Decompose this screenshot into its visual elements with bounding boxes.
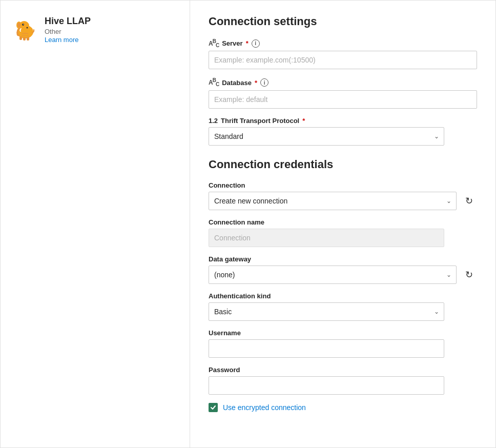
connection-refresh-button[interactable]: ↻ bbox=[461, 193, 477, 209]
main-content: Connection settings ABC Server * i ABC D… bbox=[190, 1, 495, 447]
server-abc-icon: ABC bbox=[209, 38, 219, 48]
server-info-icon[interactable]: i bbox=[252, 39, 260, 48]
connection-settings-title: Connection settings bbox=[209, 15, 477, 28]
connection-credentials-title: Connection credentials bbox=[209, 158, 477, 171]
connection-settings-section: Connection settings ABC Server * i ABC D… bbox=[209, 15, 477, 146]
database-label: ABC Database * i bbox=[209, 77, 477, 87]
database-required: * bbox=[255, 79, 257, 87]
auth-kind-select[interactable]: Basic Windows Anonymous bbox=[209, 302, 444, 321]
transport-required: * bbox=[302, 117, 305, 125]
server-field-group: ABC Server * i bbox=[209, 38, 477, 69]
encrypted-connection-row: Use encrypted connection bbox=[209, 403, 477, 412]
encrypted-connection-label[interactable]: Use encrypted connection bbox=[223, 403, 306, 412]
sidebar-logo-row: Hive LLAP Other Learn more bbox=[13, 16, 91, 44]
server-label: ABC Server * i bbox=[209, 38, 477, 48]
username-label: Username bbox=[209, 329, 477, 337]
data-gateway-row: (none) ⌄ ↻ bbox=[209, 266, 477, 284]
connection-name-input[interactable] bbox=[209, 229, 444, 247]
transport-prefix: 1.2 bbox=[209, 117, 218, 125]
connection-select[interactable]: Create new connection bbox=[209, 192, 457, 210]
database-input[interactable] bbox=[209, 90, 477, 109]
password-label: Password bbox=[209, 366, 477, 374]
database-info-icon[interactable]: i bbox=[260, 78, 268, 87]
connection-credentials-section: Connection credentials Connection Create… bbox=[209, 158, 477, 412]
data-gateway-refresh-button[interactable]: ↻ bbox=[461, 267, 477, 283]
server-input[interactable] bbox=[209, 51, 477, 69]
checkmark-icon bbox=[210, 404, 216, 411]
svg-point-5 bbox=[23, 24, 24, 25]
data-gateway-select-wrapper: (none) ⌄ bbox=[209, 266, 457, 284]
auth-kind-select-wrapper: Basic Windows Anonymous ⌄ bbox=[209, 302, 444, 321]
database-abc-icon: ABC bbox=[209, 77, 219, 87]
connection-row: Create new connection ⌄ ↻ bbox=[209, 192, 477, 210]
data-gateway-label: Data gateway bbox=[209, 255, 477, 263]
server-required: * bbox=[246, 39, 249, 47]
sidebar: Hive LLAP Other Learn more bbox=[1, 1, 190, 447]
svg-point-9 bbox=[27, 27, 28, 29]
connection-name-field-group: Connection name bbox=[209, 218, 477, 247]
transport-label: 1.2 Thrift Transport Protocol * bbox=[209, 117, 477, 125]
connection-label: Connection bbox=[209, 181, 477, 189]
hive-llap-icon bbox=[13, 17, 37, 42]
transport-select-wrapper: Standard HTTP ⌄ bbox=[209, 127, 444, 146]
app-title: Hive LLAP bbox=[45, 16, 91, 27]
app-category: Other bbox=[45, 28, 91, 35]
encrypted-checkbox[interactable] bbox=[209, 403, 218, 412]
connection-select-wrapper: Create new connection ⌄ bbox=[209, 192, 457, 210]
data-gateway-select[interactable]: (none) bbox=[209, 266, 457, 284]
svg-rect-7 bbox=[23, 37, 26, 40]
auth-kind-label: Authentication kind bbox=[209, 292, 477, 300]
connection-field-group: Connection Create new connection ⌄ ↻ bbox=[209, 181, 477, 210]
password-input[interactable] bbox=[209, 376, 444, 395]
auth-kind-field-group: Authentication kind Basic Windows Anonym… bbox=[209, 292, 477, 321]
username-input[interactable] bbox=[209, 339, 444, 358]
transport-field-group: 1.2 Thrift Transport Protocol * Standard… bbox=[209, 117, 477, 146]
password-field-group: Password bbox=[209, 366, 477, 395]
learn-more-link[interactable]: Learn more bbox=[45, 36, 78, 44]
svg-rect-6 bbox=[19, 36, 22, 40]
transport-select[interactable]: Standard HTTP bbox=[209, 127, 444, 146]
data-gateway-field-group: Data gateway (none) ⌄ ↻ bbox=[209, 255, 477, 284]
username-field-group: Username bbox=[209, 329, 477, 358]
database-field-group: ABC Database * i bbox=[209, 77, 477, 108]
svg-point-3 bbox=[17, 23, 20, 28]
connection-name-label: Connection name bbox=[209, 218, 477, 226]
svg-rect-8 bbox=[27, 37, 29, 40]
svg-point-4 bbox=[22, 24, 24, 26]
